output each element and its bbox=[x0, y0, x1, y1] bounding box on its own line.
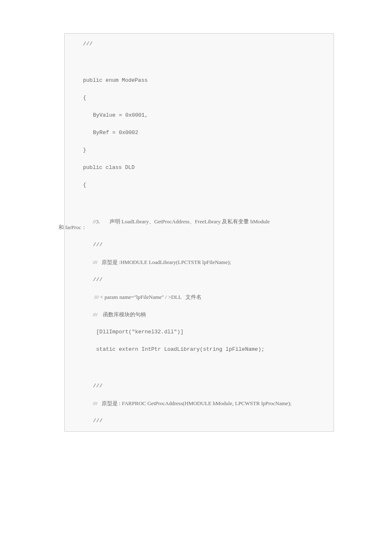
code-line: [DllImport("kernel32.dll")] bbox=[73, 329, 325, 335]
blank-line bbox=[73, 372, 325, 383]
blank-line bbox=[73, 66, 325, 78]
code-line: public class DLD bbox=[73, 165, 325, 171]
code-line: /// bbox=[73, 242, 325, 248]
code-line: } bbox=[73, 147, 325, 153]
code-line: /// 原型是 : FARPROC GetProcAddress(HMODULE… bbox=[73, 401, 325, 406]
blank-line bbox=[73, 83, 325, 95]
blank-line bbox=[73, 335, 325, 347]
blank-line bbox=[73, 318, 325, 329]
blank-line bbox=[73, 389, 325, 401]
code-line: ByRef = 0x0002 bbox=[73, 130, 325, 136]
code-line: { bbox=[73, 95, 325, 101]
blank-line bbox=[73, 188, 325, 207]
blank-line bbox=[73, 352, 325, 372]
code-line: /// bbox=[73, 41, 325, 47]
code-line: /// bbox=[73, 418, 325, 424]
blank-line bbox=[73, 171, 325, 182]
code-line: ByValue = 0x0001, bbox=[73, 112, 325, 118]
blank-line bbox=[73, 300, 325, 312]
blank-line bbox=[73, 101, 325, 112]
blank-line bbox=[73, 47, 325, 66]
blank-line bbox=[73, 248, 325, 259]
code-line: /// bbox=[73, 383, 325, 389]
code-line: static extern IntPtr LoadLibrary(string … bbox=[73, 347, 325, 352]
code-line-wrap: 和 farProc： bbox=[58, 225, 325, 230]
blank-line bbox=[73, 136, 325, 147]
blank-line bbox=[73, 230, 325, 242]
code-line: /// bbox=[73, 277, 325, 283]
code-line: /// 原型是 :HMODULE LoadLibrary(LPCTSTR lpF… bbox=[73, 259, 325, 265]
code-block: /// public enum ModePass { ByValue = 0x0… bbox=[64, 33, 334, 432]
code-line: /// 函数库模块的句柄 bbox=[73, 312, 325, 318]
code-line: public enum ModePass bbox=[73, 78, 325, 83]
code-line: //3. 声明 LoadLibrary、GetProcAddress、FreeL… bbox=[73, 219, 325, 225]
code-line: { bbox=[73, 182, 325, 188]
document-page: /// public enum ModePass { ByValue = 0x0… bbox=[0, 0, 392, 465]
blank-line bbox=[73, 118, 325, 130]
blank-line bbox=[73, 283, 325, 294]
blank-line bbox=[73, 207, 325, 219]
blank-line bbox=[73, 153, 325, 165]
blank-line bbox=[73, 406, 325, 418]
blank-line bbox=[73, 265, 325, 277]
code-line: /// < param name="lpFileName" / >DLL 文件名 bbox=[73, 294, 325, 300]
